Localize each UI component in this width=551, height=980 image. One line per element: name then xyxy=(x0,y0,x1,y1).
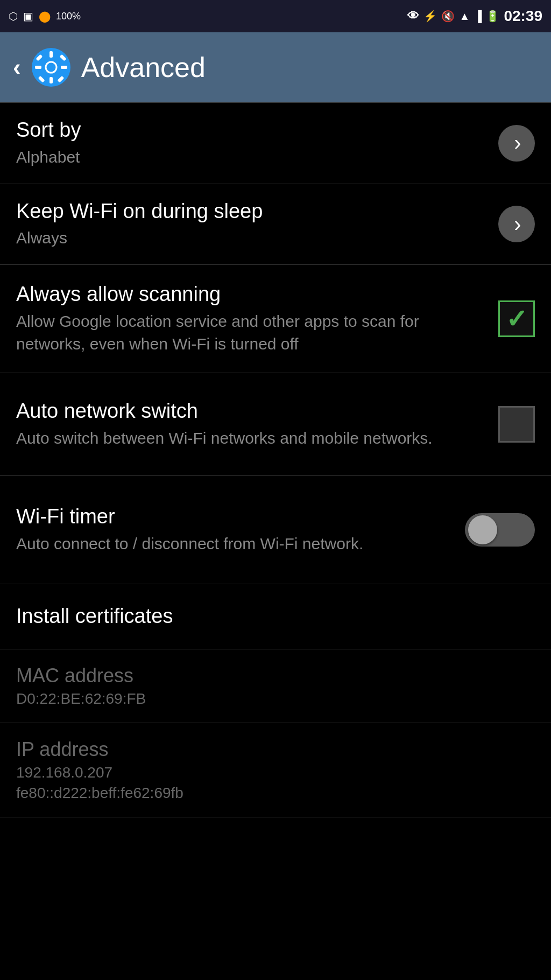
header: ‹ Advanced xyxy=(0,32,551,102)
ip-address-content: IP address 192.168.0.207 fe80::d222:beff… xyxy=(16,738,535,802)
keep-wifi-content: Keep Wi-Fi on during sleep Always xyxy=(16,199,498,250)
gear-icon xyxy=(32,48,70,87)
sort-by-content: Sort by Alphabet xyxy=(16,118,498,169)
ip-address-title: IP address xyxy=(16,738,524,761)
svg-point-1 xyxy=(46,62,56,73)
bbm-icon: ▣ xyxy=(23,10,33,23)
keep-wifi-item[interactable]: Keep Wi-Fi on during sleep Always xyxy=(0,184,551,265)
auto-network-switch-checkbox[interactable] xyxy=(498,406,535,443)
sort-by-title: Sort by xyxy=(16,118,488,143)
wifi-icon: ▲ xyxy=(459,10,470,23)
install-certificates-title: Install certificates xyxy=(16,604,524,629)
battery-icon: 🔋 xyxy=(486,10,499,23)
battery-percent-icon: 100% xyxy=(56,11,81,22)
mute-icon: 🔇 xyxy=(441,10,455,23)
sort-by-subtitle: Alphabet xyxy=(16,146,488,169)
svg-rect-5 xyxy=(61,66,67,69)
status-bar-right: 👁 ⚡ 🔇 ▲ ▐ 🔋 02:39 xyxy=(407,8,542,25)
signal-icon: ▐ xyxy=(474,10,482,23)
ip-address-item: IP address 192.168.0.207 fe80::d222:beff… xyxy=(0,723,551,817)
circle-icon: ⬤ xyxy=(39,10,51,23)
status-bar: ⬡ ▣ ⬤ 100% 👁 ⚡ 🔇 ▲ ▐ 🔋 02:39 xyxy=(0,0,551,32)
svg-rect-3 xyxy=(50,77,53,83)
ip-address-value2: fe80::d222:beff:fe62:69fb xyxy=(16,785,524,802)
bluetooth-icon: ⚡ xyxy=(423,10,437,23)
wifi-timer-content: Wi-Fi timer Auto connect to / disconnect… xyxy=(16,505,465,555)
ip-address-value1: 192.168.0.207 xyxy=(16,764,524,781)
status-bar-left: ⬡ ▣ ⬤ 100% xyxy=(9,10,81,23)
wifi-timer-item[interactable]: Wi-Fi timer Auto connect to / disconnect… xyxy=(0,476,551,584)
mac-address-item: MAC address D0:22:BE:62:69:FB xyxy=(0,649,551,723)
mac-address-title: MAC address xyxy=(16,664,524,687)
toggle-knob xyxy=(468,515,497,544)
always-scanning-item[interactable]: Always allow scanning Allow Google locat… xyxy=(0,265,551,373)
auto-network-switch-item[interactable]: Auto network switch Auto switch between … xyxy=(0,373,551,475)
auto-network-switch-title: Auto network switch xyxy=(16,399,488,424)
eye-icon: 👁 xyxy=(407,9,419,23)
keep-wifi-subtitle: Always xyxy=(16,227,488,249)
sort-by-item[interactable]: Sort by Alphabet xyxy=(0,103,551,184)
sort-by-chevron[interactable] xyxy=(498,125,535,162)
page-title: Advanced xyxy=(81,51,206,83)
always-scanning-checkbox[interactable] xyxy=(498,300,535,337)
auto-network-switch-content: Auto network switch Auto switch between … xyxy=(16,399,498,450)
wifi-timer-title: Wi-Fi timer xyxy=(16,505,454,529)
always-scanning-description: Allow Google location service and other … xyxy=(16,310,488,355)
back-button[interactable]: ‹ xyxy=(13,54,21,81)
wifi-timer-description: Auto connect to / disconnect from Wi-Fi … xyxy=(16,533,454,555)
install-certificates-content: Install certificates xyxy=(16,604,535,629)
always-scanning-content: Always allow scanning Allow Google locat… xyxy=(16,282,498,355)
wifi-timer-toggle[interactable] xyxy=(465,513,535,547)
keep-wifi-title: Keep Wi-Fi on during sleep xyxy=(16,199,488,224)
install-certificates-item[interactable]: Install certificates xyxy=(0,584,551,649)
svg-rect-4 xyxy=(35,66,41,69)
mac-address-content: MAC address D0:22:BE:62:69:FB xyxy=(16,664,535,708)
app1-icon: ⬡ xyxy=(9,10,18,23)
divider-8 xyxy=(0,817,551,817)
keep-wifi-chevron[interactable] xyxy=(498,206,535,242)
svg-rect-2 xyxy=(50,51,53,58)
always-scanning-title: Always allow scanning xyxy=(16,282,488,307)
mac-address-value: D0:22:BE:62:69:FB xyxy=(16,690,524,708)
time-display: 02:39 xyxy=(504,8,542,25)
auto-network-switch-description: Auto switch between Wi-Fi networks and m… xyxy=(16,427,488,450)
